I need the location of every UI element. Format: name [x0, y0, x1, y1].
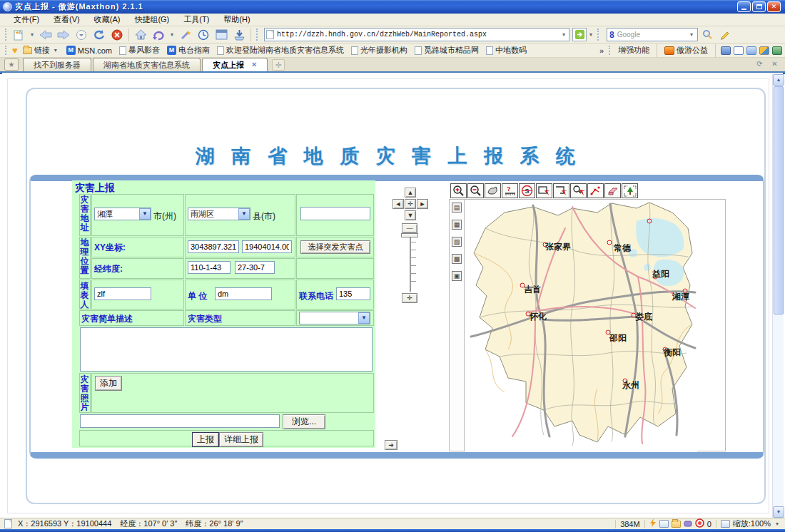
map-zoom-out-icon[interactable] [467, 183, 484, 198]
notes-icon[interactable] [746, 46, 756, 55]
link-msn[interactable]: M MSN.com [64, 46, 114, 55]
stop-icon[interactable] [108, 27, 126, 42]
history-dropdown-icon[interactable] [73, 27, 90, 42]
detail-submit-button[interactable]: 详细上报 [219, 432, 263, 447]
collapse-panel-button[interactable]: ➜ [385, 440, 397, 450]
link-photo-studio[interactable]: 光年摄影机构 [349, 45, 410, 56]
page-scrollbar[interactable]: ▲ ▼ [772, 74, 784, 518]
menu-favorites[interactable]: 收藏(A) [88, 14, 127, 26]
link-hunan-geo-system[interactable]: 欢迎登陆湖南省地质灾害信息系统 [215, 45, 346, 56]
maxthon-charity[interactable]: 傲游公益 [662, 45, 710, 56]
phone-input[interactable] [336, 287, 370, 300]
title-bar[interactable]: 灾点上报 - 傲游(Maxthon) 2.1.1 ✕ [0, 0, 785, 14]
links-overflow-chevron[interactable]: » [599, 46, 604, 55]
undo-icon[interactable] [150, 27, 167, 42]
reopen-tab-icon[interactable]: ⟳ [754, 58, 766, 70]
forward-icon[interactable] [55, 27, 72, 42]
layer-roads-icon[interactable]: ▨ [452, 237, 462, 247]
new-page-dropdown-icon[interactable]: ▾ [28, 27, 36, 42]
maximize-button[interactable] [752, 1, 766, 12]
link-milu-city[interactable]: 觅路城市精品网 [412, 45, 481, 56]
search-engine-icon[interactable]: 8 [609, 30, 614, 40]
download-icon[interactable] [231, 27, 248, 42]
highlight-pen-icon[interactable] [716, 27, 734, 42]
layer-rivers-icon[interactable]: ▩ [452, 254, 462, 264]
links-folder[interactable]: 链接 ▾ [21, 45, 61, 56]
map-pan-icon[interactable] [485, 183, 501, 198]
home-icon[interactable] [132, 27, 149, 42]
address-dropdown-icon[interactable]: ▾ [560, 31, 567, 38]
menu-view[interactable]: 查看(V) [47, 14, 86, 26]
city-select[interactable]: 湘潭▼ [94, 208, 151, 220]
undo-dropdown-icon[interactable]: ▾ [168, 27, 176, 42]
browse-button[interactable]: 浏览... [283, 414, 325, 429]
search-magnifier-icon[interactable] [699, 27, 716, 42]
map-full-extent-icon[interactable] [622, 183, 638, 198]
pick-disaster-point-button[interactable]: 选择突发灾害点 [300, 240, 370, 254]
menu-tools[interactable]: 工具(T) [177, 14, 216, 26]
map-measure-icon[interactable]: ? [502, 183, 518, 198]
map-marker-icon[interactable] [607, 240, 612, 245]
menu-groups[interactable]: 快捷组(G) [128, 14, 176, 26]
back-icon[interactable] [37, 27, 54, 42]
ad-block-icon[interactable] [695, 518, 704, 529]
chevron-down-icon[interactable]: ▼ [139, 208, 151, 220]
tab-disaster-report[interactable]: 灾点上报 ✕ [202, 58, 268, 71]
zoom-out-step-button[interactable]: — [402, 223, 417, 233]
ad-hunter-icon[interactable]: ★ [177, 27, 194, 42]
skin-icon[interactable] [759, 46, 769, 55]
download-folder-icon[interactable] [672, 521, 681, 528]
window-layout-icon[interactable] [734, 46, 744, 55]
disaster-type-select[interactable]: ▼ [299, 312, 370, 324]
map-unselect-rect-icon[interactable] [553, 183, 569, 198]
scrollbar-thumb[interactable] [774, 86, 784, 314]
scroll-up-icon[interactable]: ▲ [773, 74, 784, 86]
plugin-icon[interactable] [684, 520, 692, 528]
map-zoom-in-icon[interactable] [450, 183, 467, 198]
history-clock-icon[interactable] [195, 27, 212, 42]
proxy-icon[interactable] [721, 46, 731, 55]
link-baofeng[interactable]: 暴风影音 [117, 45, 162, 56]
pan-center-button[interactable]: ✛ [405, 199, 416, 209]
tab-close-icon[interactable]: ✕ [251, 58, 257, 71]
layer-legend-icon[interactable]: ▦ [452, 220, 462, 230]
popup-blocker-icon[interactable] [659, 520, 669, 528]
description-textarea[interactable] [80, 327, 373, 372]
address-detail-input[interactable] [300, 207, 370, 220]
close-button[interactable]: ✕ [767, 1, 781, 12]
snap-window-icon[interactable] [213, 27, 230, 42]
menu-file[interactable]: 文件(F) [7, 14, 46, 26]
x-coordinate-input[interactable] [188, 240, 239, 253]
map-zoom-select-icon[interactable] [570, 183, 587, 198]
go-button[interactable] [572, 28, 587, 41]
new-page-icon[interactable]: ★ [10, 27, 27, 42]
go-dropdown-icon[interactable]: ▾ [587, 31, 594, 38]
search-input[interactable]: Google [617, 31, 688, 39]
latitude-input[interactable] [235, 261, 275, 274]
tab-server-not-found[interactable]: 找不到服务器 [23, 58, 91, 71]
longitude-input[interactable] [188, 261, 231, 274]
pan-right-button[interactable]: ► [417, 199, 428, 209]
zoom-level[interactable]: 缩放:100% [733, 518, 771, 529]
setup-icon[interactable] [772, 46, 782, 55]
zoom-dropdown-icon[interactable]: ▾ [774, 521, 781, 527]
layer-overview-icon[interactable]: ▤ [452, 203, 462, 213]
favorites-heart-icon[interactable]: ♥ [12, 45, 18, 56]
map-select-rect-icon[interactable] [536, 183, 552, 198]
chevron-down-icon[interactable]: ▼ [358, 312, 370, 324]
add-photo-button[interactable]: 添加 [95, 376, 122, 391]
scroll-down-icon[interactable]: ▼ [773, 506, 784, 518]
map-eraser-icon[interactable] [604, 183, 621, 198]
reporter-name-input[interactable] [94, 287, 151, 300]
pan-down-button[interactable]: ▼ [405, 210, 416, 220]
search-dropdown-icon[interactable]: ▾ [688, 31, 695, 38]
tab-list-star-icon[interactable]: ★ [4, 58, 19, 71]
county-select[interactable]: 雨湖区▼ [188, 208, 250, 220]
boost-icon[interactable] [649, 518, 657, 529]
map-draw-line-icon[interactable] [587, 183, 604, 198]
link-zhongdi[interactable]: 中地数码 [484, 45, 529, 56]
menu-help[interactable]: 帮助(H) [217, 14, 256, 26]
zoom-in-step-button[interactable]: ✛ [402, 293, 417, 303]
minimize-button[interactable] [737, 1, 751, 12]
tabbar-close-icon[interactable]: ✕ [769, 58, 781, 70]
